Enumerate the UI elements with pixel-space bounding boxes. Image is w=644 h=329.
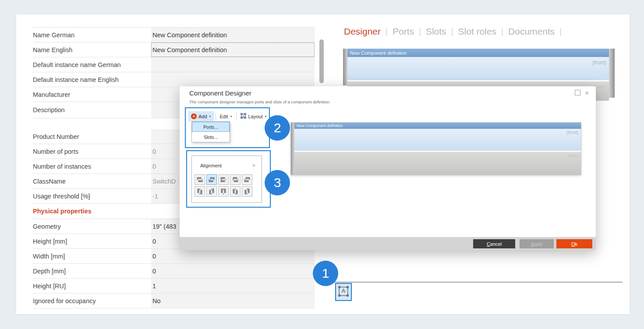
dialog-rack-preview: New Component definition (front) (rear) bbox=[290, 122, 581, 175]
step-badge-2: 2 bbox=[265, 115, 290, 141]
property-label: Depth [mm] bbox=[33, 268, 151, 275]
property-label: Name German bbox=[33, 32, 151, 39]
rack-rail-left bbox=[291, 123, 294, 175]
rack-front-section[interactable]: (front) bbox=[347, 57, 609, 80]
horizontal-divider bbox=[334, 282, 623, 283]
property-label: Product Number bbox=[33, 133, 151, 140]
property-label: Name English bbox=[33, 46, 151, 53]
tab-separator: | bbox=[559, 27, 562, 36]
vertical-scrollbar-thumb[interactable] bbox=[319, 39, 324, 83]
dialog-subtitle: The component designer manages ports and… bbox=[189, 99, 329, 104]
property-label: Width [mm] bbox=[33, 253, 151, 260]
tab-documents[interactable]: Documents bbox=[508, 26, 555, 37]
property-row: Name EnglishNew Component definition bbox=[33, 42, 315, 57]
property-value[interactable] bbox=[151, 72, 315, 87]
rack-rear-section[interactable]: (rear) bbox=[294, 152, 581, 175]
maximize-icon[interactable] bbox=[575, 90, 580, 96]
property-row: Default instance name German bbox=[33, 57, 315, 72]
rack-rail-right bbox=[609, 49, 615, 98]
tab-separator: | bbox=[419, 27, 421, 36]
dialog-title: Component Designer bbox=[189, 89, 251, 97]
property-value[interactable]: 0 bbox=[151, 249, 315, 263]
property-value[interactable]: 1 bbox=[151, 279, 315, 293]
close-icon[interactable]: × bbox=[585, 90, 589, 95]
tab-slot-roles[interactable]: Slot roles bbox=[458, 26, 497, 37]
property-value[interactable]: New Component definition bbox=[151, 42, 315, 57]
callout-rectangle-2 bbox=[185, 107, 270, 148]
step-badge-3: 3 bbox=[265, 170, 290, 195]
property-row: Depth [mm]0 bbox=[33, 264, 315, 279]
tab-slots[interactable]: Slots bbox=[426, 26, 446, 37]
rack-front-section[interactable]: (front) bbox=[294, 129, 581, 151]
tab-separator: | bbox=[386, 27, 388, 36]
property-value[interactable]: New Component definition bbox=[151, 28, 315, 42]
svg-text:A: A bbox=[342, 288, 346, 294]
property-row: Width [mm]0 bbox=[33, 249, 315, 264]
property-row: Default instance name English bbox=[33, 72, 315, 87]
property-label: ClassName bbox=[33, 178, 151, 185]
callout-rectangle-3 bbox=[186, 150, 271, 208]
layout-tool-button[interactable]: A bbox=[335, 283, 352, 301]
property-label: Height [RU] bbox=[33, 283, 151, 290]
apply-button[interactable]: Apply bbox=[520, 239, 554, 248]
property-value[interactable]: No bbox=[151, 294, 315, 308]
tab-ports[interactable]: Ports bbox=[393, 26, 414, 37]
rack-body: New Component definition (front) (rear) bbox=[294, 123, 581, 175]
layout-frame-icon: A bbox=[338, 286, 349, 298]
property-label: Default instance name German bbox=[33, 61, 151, 68]
property-label: Ignored for occupancy bbox=[33, 297, 151, 304]
property-label: Geometry bbox=[33, 223, 151, 230]
cancel-button[interactable]: Cancel bbox=[473, 239, 515, 248]
property-value[interactable]: 0 bbox=[151, 264, 315, 278]
property-label: Number of ports bbox=[33, 148, 151, 155]
property-row: Ignored for occupancyNo bbox=[33, 294, 315, 308]
property-value[interactable] bbox=[151, 57, 315, 72]
step-badge-1: 1 bbox=[313, 261, 338, 286]
property-label: Height [mm] bbox=[33, 238, 151, 245]
application-window: Name GermanNew Component definitionName … bbox=[0, 0, 644, 329]
tab-separator: | bbox=[501, 27, 503, 36]
tab-designer[interactable]: Designer bbox=[344, 26, 381, 37]
dialog-window-controls: × bbox=[575, 90, 589, 96]
rack-title-bar: New Component definition bbox=[294, 123, 581, 129]
property-row: Name GermanNew Component definition bbox=[33, 28, 315, 42]
tab-bar: Designer|Ports|Slots|Slot roles|Document… bbox=[344, 25, 566, 38]
property-label: Manufacturer bbox=[33, 91, 151, 98]
rack-title-bar: New Component definition bbox=[347, 49, 609, 57]
rack-rail-left bbox=[343, 49, 347, 85]
property-label: Default instance name English bbox=[33, 76, 151, 83]
property-label: Usage threshold [%] bbox=[33, 193, 151, 200]
tab-separator: | bbox=[451, 27, 453, 36]
dialog-footer: Cancel Apply Ok bbox=[180, 237, 596, 250]
property-label: Number of instances bbox=[33, 163, 151, 170]
property-label: Description bbox=[33, 106, 151, 113]
property-row: Height [RU]1 bbox=[33, 279, 315, 294]
ok-button[interactable]: Ok bbox=[556, 239, 592, 248]
